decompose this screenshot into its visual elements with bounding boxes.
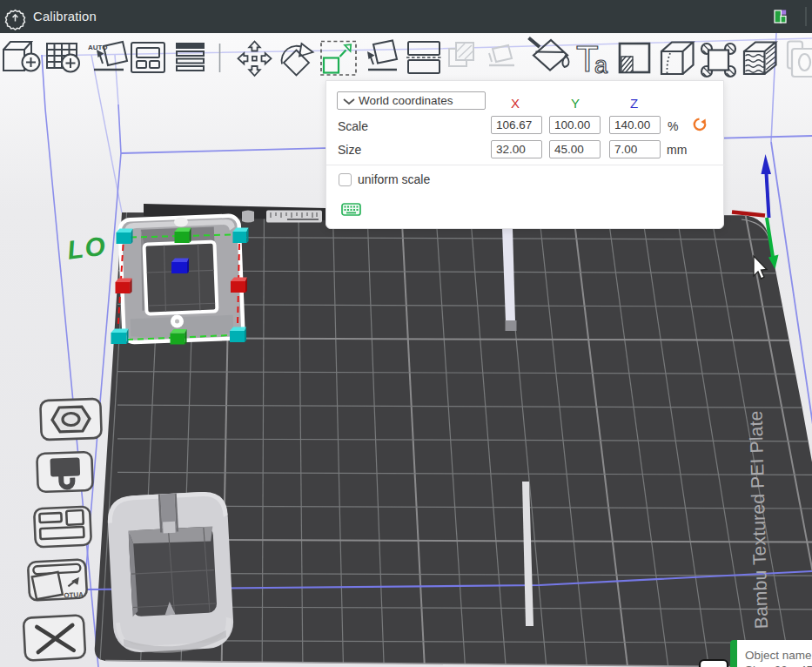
svg-text:a: a: [594, 52, 608, 78]
svg-text:AUTO: AUTO: [88, 44, 108, 51]
svg-text:AUTO: AUTO: [64, 590, 84, 599]
svg-text:LO: LO: [65, 231, 108, 264]
